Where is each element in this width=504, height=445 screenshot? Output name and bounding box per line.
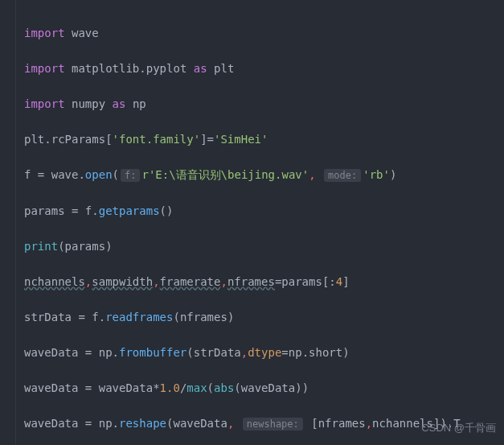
code-text: (params) <box>58 240 112 253</box>
string: 'font.family' <box>113 133 201 146</box>
paren: () <box>160 204 174 217</box>
code-text: params = f. <box>24 204 99 217</box>
kwarg: dtype <box>248 346 281 359</box>
code-text: f = wave. <box>24 168 85 181</box>
keyword: import <box>24 27 65 39</box>
code-editor[interactable]: import wave import matplotlib.pyplot as … <box>0 0 504 445</box>
keyword: import <box>24 97 65 110</box>
paren: ( <box>207 381 214 394</box>
function: open <box>85 168 113 181</box>
variable: nchannels <box>24 275 85 288</box>
comma: , <box>309 168 315 181</box>
keyword: import <box>24 62 65 75</box>
code-line[interactable]: import matplotlib.pyplot as plt <box>24 60 504 77</box>
paren: ) <box>390 168 396 181</box>
param-hint: f: <box>121 169 140 182</box>
keyword: as <box>113 97 126 110</box>
code-line[interactable]: f = wave.open(f:r'E:\语音识别\beijing.wav', … <box>24 166 504 184</box>
code-text: strData = f. <box>24 311 105 323</box>
code-line[interactable]: params = f.getparams() <box>24 202 504 220</box>
string: 'rb' <box>363 168 390 181</box>
variable: nframes <box>227 275 275 288</box>
string: 'SimHei' <box>214 133 268 146</box>
code-text: ] <box>342 275 349 288</box>
module: numpy <box>72 97 105 110</box>
code-line[interactable]: nchannels,sampwidth,framerate,nframes=pa… <box>24 273 504 290</box>
string-prefix: r <box>141 168 148 181</box>
code-line[interactable]: import numpy as np <box>24 95 504 113</box>
code-line[interactable]: strData = f.readframes(nframes) <box>24 308 504 326</box>
builtin: abs <box>214 381 234 394</box>
builtin: max <box>186 381 207 394</box>
code-text: plt.rcParams[ <box>24 133 113 146</box>
keyword: as <box>194 62 207 75</box>
code-line[interactable]: import wave <box>24 24 504 42</box>
code-line[interactable]: waveData = np.frombuffer(strData,dtype=n… <box>24 344 504 361</box>
comma: , <box>241 346 248 359</box>
code-text: (strData <box>186 346 240 359</box>
param-hint: newshape: <box>243 418 303 431</box>
function: getparams <box>99 204 160 217</box>
comma: , <box>227 417 234 430</box>
number: 4 <box>336 275 342 288</box>
alias: plt <box>214 62 234 75</box>
comma: , <box>366 417 372 430</box>
variable: framerate <box>160 275 221 288</box>
variable: sampwidth <box>92 275 153 288</box>
watermark: CSDN @千骨画 <box>421 419 496 437</box>
number: 1.0 <box>160 381 180 394</box>
comma: , <box>153 275 159 288</box>
function: readframes <box>105 311 173 323</box>
code-text: ]= <box>200 133 214 146</box>
builtin: print <box>24 240 58 253</box>
code-text: =params[: <box>275 275 336 288</box>
code-line[interactable]: print(params) <box>24 237 504 255</box>
function: reshape <box>119 417 166 430</box>
code-text: =np.short) <box>281 346 349 359</box>
paren: ( <box>113 168 119 181</box>
code-text: (waveData)) <box>234 381 309 394</box>
code-text: waveData = np. <box>24 346 119 359</box>
comma: , <box>220 275 227 288</box>
code-text: (waveData <box>166 417 227 430</box>
code-text: [nframes <box>311 417 365 430</box>
function: frombuffer <box>119 346 186 359</box>
code-line[interactable]: waveData = waveData*1.0/max(abs(waveData… <box>24 379 504 397</box>
code-text: waveData = waveData* <box>24 381 160 394</box>
code-text: (nframes) <box>173 311 234 323</box>
param-hint: mode: <box>324 169 361 182</box>
module: wave <box>72 27 99 39</box>
alias: np <box>133 97 146 110</box>
string: 'E:\语音识别\beijing.wav' <box>149 168 309 181</box>
gutter <box>0 0 16 445</box>
module: matplotlib.pyplot <box>72 62 186 75</box>
code-line[interactable]: plt.rcParams['font.family']='SimHei' <box>24 130 504 148</box>
code-text: waveData = np. <box>24 417 119 430</box>
